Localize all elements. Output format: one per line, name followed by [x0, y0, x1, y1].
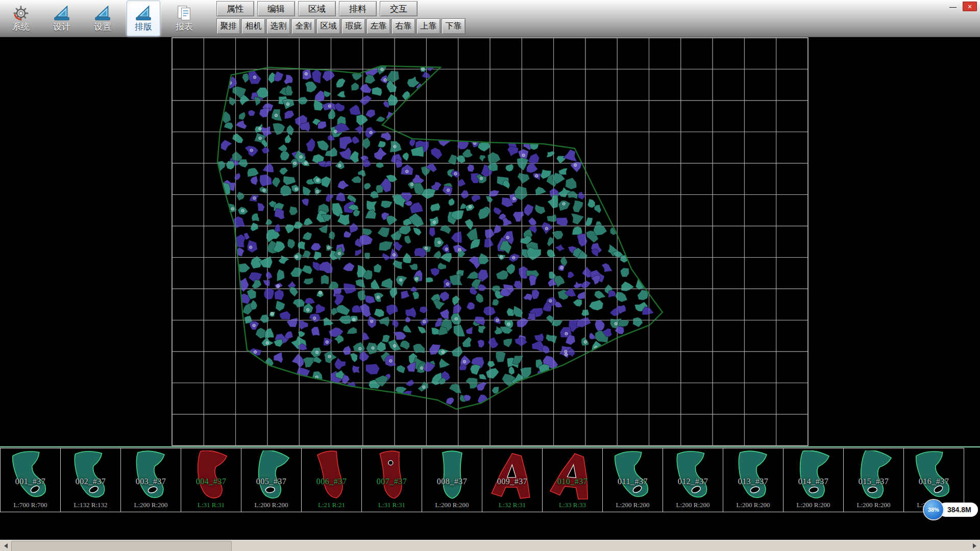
- piece-count: L:200 R:200: [723, 501, 783, 509]
- app-button-label: 设置: [94, 22, 111, 32]
- arrow-left-icon: [4, 543, 8, 548]
- memory-value: 384.8M: [939, 503, 978, 517]
- piece-thumbnail[interactable]: 004_#37L:31 R:31: [181, 448, 241, 512]
- piece-count: L:31 R:31: [181, 501, 241, 509]
- minimize-button[interactable]: —: [946, 2, 960, 11]
- tool-button-xuange[interactable]: 选割: [266, 18, 290, 34]
- piece-count: L:132 R:132: [61, 501, 120, 509]
- grid-overlay-layer: [172, 38, 808, 446]
- window-controls: — ×: [946, 2, 977, 11]
- piece-thumbnail[interactable]: 011_#37L:200 R:200: [602, 448, 663, 512]
- horizontal-scrollbar[interactable]: [0, 540, 980, 551]
- piece-count: L:200 R:200: [783, 501, 843, 509]
- tool-button-quange[interactable]: 全割: [291, 18, 315, 34]
- report-icon: [176, 5, 193, 22]
- tool-button-row: 聚排相机选割全割区域瑕疵左靠右靠上靠下靠: [216, 18, 465, 34]
- app-button-nesting[interactable]: 排版: [127, 1, 160, 36]
- triangle-ruler-icon: [53, 5, 70, 22]
- progress-indicator: 38%: [924, 500, 943, 519]
- piece-shape-preview: [126, 450, 177, 502]
- pieces-panel: 001_#37L:700 R:700002_#37L:132 R:132003_…: [0, 448, 980, 512]
- piece-thumbnail[interactable]: 001_#37L:700 R:700: [0, 448, 61, 512]
- app-button-report[interactable]: 报表: [167, 1, 201, 36]
- tool-button-xiakao[interactable]: 下靠: [442, 18, 465, 34]
- scroll-left-button[interactable]: [0, 540, 11, 551]
- strip-divider: [0, 446, 980, 447]
- piece-count: L:32 R:31: [482, 501, 542, 509]
- piece-thumbnail[interactable]: 003_#37L:200 R:200: [120, 448, 181, 512]
- triangle-ruler-icon: [135, 5, 152, 22]
- app-button-label: 排版: [135, 22, 152, 32]
- piece-thumbnail[interactable]: 012_#37L:200 R:200: [663, 448, 723, 512]
- menu-area: 属性编辑区域排料交互 聚排相机选割全割区域瑕疵左靠右靠上靠下靠: [216, 0, 465, 34]
- tool-button-zuokao[interactable]: 左靠: [366, 18, 390, 34]
- piece-count: L:31 R:31: [362, 501, 422, 509]
- triangle-ruler-icon: [94, 5, 111, 22]
- piece-thumbnail[interactable]: 002_#37L:132 R:132: [60, 448, 121, 512]
- piece-shape-preview: [848, 450, 899, 502]
- tool-button-shangkao[interactable]: 上靠: [416, 18, 440, 34]
- piece-thumbnail[interactable]: 013_#37L:200 R:200: [723, 448, 783, 512]
- piece-thumbnail[interactable]: 005_#37L:200 R:200: [241, 448, 302, 512]
- app-button-label: 报表: [176, 22, 193, 32]
- piece-count: L:200 R:200: [422, 501, 482, 509]
- piece-count: L:200 R:200: [241, 501, 301, 509]
- menu-tab-quyu[interactable]: 区域: [298, 1, 336, 16]
- piece-thumbnail[interactable]: 007_#37L:31 R:31: [361, 448, 422, 512]
- piece-shape-preview: [65, 450, 116, 502]
- nested-pieces-layer: [216, 64, 654, 405]
- piece-shape-preview: [788, 450, 839, 502]
- main-toolbar: 系统设计设置排版报表 属性编辑区域排料交互 聚排相机选割全割区域瑕疵左靠右靠上靠…: [0, 0, 980, 37]
- app-button-settings[interactable]: 设置: [86, 1, 119, 36]
- piece-shape-preview: [607, 450, 658, 502]
- piece-thumbnail[interactable]: 010_#37L:33 R:33: [542, 448, 603, 512]
- piece-count: L:200 R:200: [603, 501, 663, 509]
- piece-count: L:33 R:33: [543, 501, 602, 509]
- piece-count: L:200 R:200: [844, 501, 903, 509]
- tool-button-xiangji[interactable]: 相机: [241, 18, 265, 34]
- menu-tab-jiaohu[interactable]: 交互: [380, 1, 418, 16]
- arrow-right-icon: [973, 543, 976, 548]
- scroll-right-button[interactable]: [969, 540, 980, 551]
- menu-tab-pailiao[interactable]: 排料: [339, 1, 377, 16]
- nesting-canvas[interactable]: [0, 37, 980, 447]
- menu-tab-row: 属性编辑区域排料交互: [216, 1, 465, 16]
- piece-thumbnail[interactable]: 015_#37L:200 R:200: [843, 448, 904, 512]
- piece-shape-preview: [547, 450, 598, 502]
- app-button-system[interactable]: 系统: [4, 1, 38, 36]
- app-button-label: 设计: [53, 22, 70, 32]
- piece-shape-preview: [186, 450, 237, 502]
- tool-button-xiaci[interactable]: 瑕疵: [341, 18, 365, 34]
- tool-button-youkao[interactable]: 右靠: [391, 18, 415, 34]
- application-window: 系统设计设置排版报表 属性编辑区域排料交互 聚排相机选割全割区域瑕疵左靠右靠上靠…: [0, 0, 980, 551]
- app-button-label: 系统: [12, 22, 30, 32]
- app-button-group: 系统设计设置排版报表: [4, 0, 208, 37]
- menu-tab-bianji[interactable]: 编辑: [257, 1, 295, 16]
- app-button-design[interactable]: 设计: [45, 1, 79, 36]
- piece-shape-preview: [427, 450, 478, 502]
- menu-tab-shuxing[interactable]: 属性: [216, 1, 254, 16]
- piece-shape-preview: [487, 450, 538, 502]
- tool-button-quyu[interactable]: 区域: [316, 18, 340, 34]
- piece-shape-preview: [306, 450, 357, 502]
- memory-status: 38% 384.8M: [924, 500, 978, 519]
- piece-count: L:200 R:200: [663, 501, 723, 509]
- gear-icon: [12, 5, 30, 22]
- piece-shape-preview: [668, 450, 719, 502]
- piece-shape-preview: [909, 450, 960, 502]
- piece-shape-preview: [246, 450, 297, 502]
- close-button[interactable]: ×: [963, 2, 977, 11]
- piece-thumbnail[interactable]: 008_#37L:200 R:200: [422, 448, 482, 512]
- piece-shape-preview: [728, 450, 779, 502]
- scrollbar-thumb[interactable]: [11, 541, 232, 551]
- piece-count: L:700 R:700: [1, 501, 60, 509]
- piece-shape-preview: [366, 450, 418, 502]
- tool-button-jupai[interactable]: 聚排: [216, 18, 240, 34]
- piece-count: L:200 R:200: [121, 501, 181, 509]
- piece-shape-preview: [5, 450, 56, 502]
- piece-thumbnail[interactable]: 006_#37L:21 R:21: [301, 448, 362, 512]
- piece-thumbnail[interactable]: 009_#37L:32 R:31: [482, 448, 543, 512]
- piece-thumbnail[interactable]: 014_#37L:200 R:200: [783, 448, 844, 512]
- piece-count: L:21 R:21: [302, 501, 361, 509]
